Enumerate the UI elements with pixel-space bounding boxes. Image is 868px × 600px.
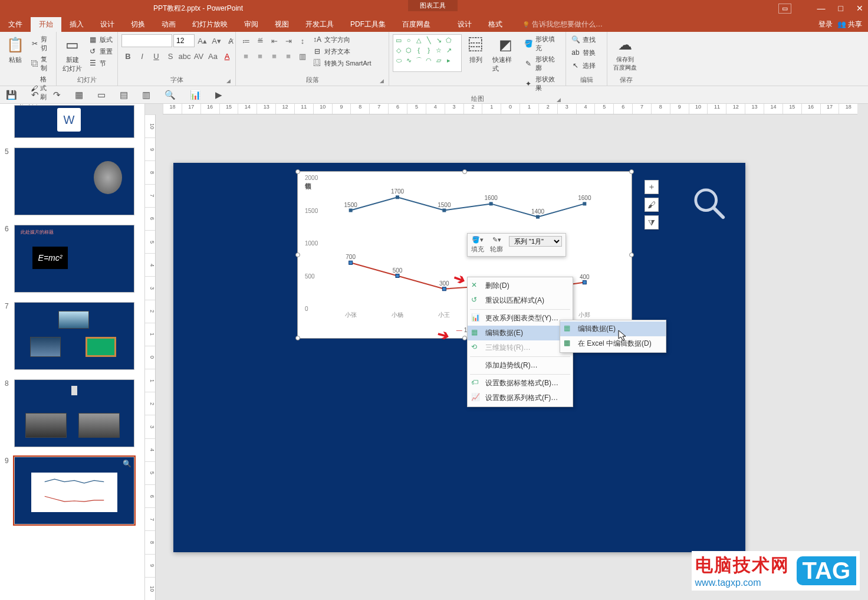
numbering-button[interactable]: ≝ [254,34,267,47]
tab-slideshow[interactable]: 幻灯片放映 [184,17,236,32]
close-icon[interactable]: ✕ [856,4,863,13]
find-button[interactable]: 🔍查找 [570,34,597,45]
minimize-icon[interactable]: — [817,4,826,13]
indent-dec-button[interactable]: ⇤ [268,34,281,47]
chart-styles-button[interactable]: 🖌 [645,198,659,212]
mini-fill-button[interactable]: 🪣▾填充 [471,236,484,254]
align-text-button[interactable]: ⊟对齐文本 [311,46,372,57]
tab-home[interactable]: 开始 [31,17,61,32]
strike-button[interactable]: S [164,50,177,63]
dialog-launcher-icon[interactable]: ◢ [557,97,561,103]
tab-pdf[interactable]: PDF工具集 [342,17,394,32]
qat-icon-2[interactable]: ▭ [97,90,106,100]
arrange-button[interactable]: ⿳排列 [464,34,488,65]
undo-icon[interactable]: ↶ [31,90,39,100]
shrink-font-button[interactable]: A▾ [210,34,223,47]
paste-button[interactable]: 📋粘贴 [4,34,27,65]
line-spacing-button[interactable]: ↕ [296,34,309,47]
bullets-button[interactable]: ≔ [239,34,252,47]
menu-data-label-format[interactable]: 🏷设置数据标签格式(B)… [468,376,573,391]
menu-reset-style[interactable]: ↺重设以匹配样式(A) [468,293,573,308]
bold-button[interactable]: B [121,50,134,63]
grow-font-button[interactable]: A▴ [196,34,209,47]
shape-effects-button[interactable]: ✦形状效果 [523,74,563,93]
qat-icon-7[interactable]: ▶ [215,90,222,100]
login-button[interactable]: 登录 [818,19,833,29]
slide-thumb-7[interactable] [14,302,134,370]
qat-icon-3[interactable]: ▤ [120,90,128,100]
slide-thumb-9[interactable]: 🔍 [14,457,134,524]
smartart-button[interactable]: ⿶转换为 SmartArt [311,58,372,68]
reset-button[interactable]: ↺重置 [87,46,114,57]
dialog-launcher-icon[interactable]: ◢ [226,78,231,84]
layout-button[interactable]: ▦版式 [87,34,114,45]
justify-button[interactable]: ≡ [282,50,295,63]
tab-review[interactable]: 审阅 [236,17,267,32]
shape-fill-button[interactable]: 🪣形状填充 [523,34,563,53]
qat-icon-5[interactable]: 🔍 [165,90,176,100]
chart-elements-button[interactable]: ＋ [645,180,659,194]
underline-button[interactable]: U [150,50,163,63]
qat-icon-1[interactable]: ▦ [75,90,83,100]
series-select[interactable]: 系列 "1月" [509,236,562,247]
submenu-edit-excel[interactable]: ▦在 Excel 中编辑数据(D) [560,336,666,351]
tab-file[interactable]: 文件 [0,17,31,32]
case-button[interactable]: Aa [206,50,219,63]
tab-animations[interactable]: 动画 [153,17,184,32]
tab-transitions[interactable]: 切换 [123,17,153,32]
italic-button[interactable]: I [136,50,149,63]
qat-icon-6[interactable]: 📊 [190,90,201,100]
share-button[interactable]: 👥 共享 [837,19,862,29]
tab-view[interactable]: 视图 [267,17,297,32]
shape-outline-button[interactable]: ✎形状轮廓 [523,54,563,73]
redo-icon[interactable]: ↷ [53,90,61,100]
maximize-icon[interactable]: □ [839,4,843,13]
align-right-button[interactable]: ≡ [268,50,281,63]
menu-series-format[interactable]: 📈设置数据系列格式(F)… [468,391,573,405]
slide-editor[interactable]: 1817161514131211109876543210123456789101… [145,104,868,600]
tab-design[interactable]: 设计 [92,17,123,32]
replace-button[interactable]: ab替换 [570,47,597,58]
slide-canvas[interactable]: ＋ 🖌 ⧩ 销售额 姓名 0500100015002000小张小杨小王小赵小李小… [173,163,745,552]
save-cloud-button[interactable]: ☁保存到 百度网盘 [611,34,639,73]
font-size-select[interactable]: 12 [173,34,195,47]
chart-filters-button[interactable]: ⧩ [645,215,659,229]
tab-baidu[interactable]: 百度网盘 [394,17,439,32]
menu-delete[interactable]: ✕删除(D) [468,278,573,293]
tell-me-input[interactable]: 告诉我您想要做什么… [511,19,603,29]
clear-format-button[interactable]: A̷ [224,34,237,47]
slide-thumbnails[interactable]: W 5 6此处媒片的标题E=mc² 7 8 9🔍 [0,104,145,600]
dialog-launcher-icon[interactable]: ◢ [380,78,384,84]
tab-chart-design[interactable]: 设计 [449,17,480,32]
align-left-button[interactable]: ≡ [239,50,252,63]
save-icon[interactable]: 💾 [6,90,17,100]
tab-insert[interactable]: 插入 [61,17,92,32]
slide-thumb-8[interactable] [14,379,134,447]
menu-edit-data[interactable]: ▦编辑数据(E)▸ [468,326,573,340]
shapes-gallery[interactable]: ▭○△╲↘⬠ ◇⬡{}☆↗ ⬭∿⌒◠▱▸ [393,34,462,72]
new-slide-button[interactable]: ▭新建 幻灯片 [60,34,84,74]
font-color-button[interactable]: A [221,50,234,63]
select-button[interactable]: ↖选择 [570,60,597,71]
quick-styles-button[interactable]: ◩快速样式 [490,34,520,74]
qat-icon-4[interactable]: ▥ [142,90,150,100]
align-center-button[interactable]: ≡ [254,50,267,63]
menu-add-trendline[interactable]: 添加趋势线(R)… [468,358,573,373]
indent-inc-button[interactable]: ⇥ [282,34,295,47]
font-family-select[interactable] [121,34,172,47]
submenu-edit-data[interactable]: ▦编辑数据(E) [560,322,666,336]
copy-button[interactable]: ⿻复制 [29,54,52,73]
chart-object[interactable]: ＋ 🖌 ⧩ 销售额 姓名 0500100015002000小张小杨小王小赵小李小… [297,171,632,339]
mini-outline-button[interactable]: ✎▾轮廓 [490,236,503,254]
text-direction-button[interactable]: ↕A文字方向 [311,34,372,45]
menu-change-chart-type[interactable]: 📊更改系列图表类型(Y)… [468,311,573,326]
columns-button[interactable]: ▥ [296,50,309,63]
slide-thumb-4-partial[interactable]: W [14,105,134,138]
tab-developer[interactable]: 开发工具 [297,17,342,32]
tab-chart-format[interactable]: 格式 [480,17,511,32]
section-button[interactable]: ☰节 [87,58,114,68]
shadow-button[interactable]: abc [178,50,191,63]
slide-thumb-5[interactable] [14,147,134,215]
cut-button[interactable]: ✂剪切 [29,34,52,53]
slide-thumb-6[interactable]: 此处媒片的标题E=mc² [14,225,134,293]
